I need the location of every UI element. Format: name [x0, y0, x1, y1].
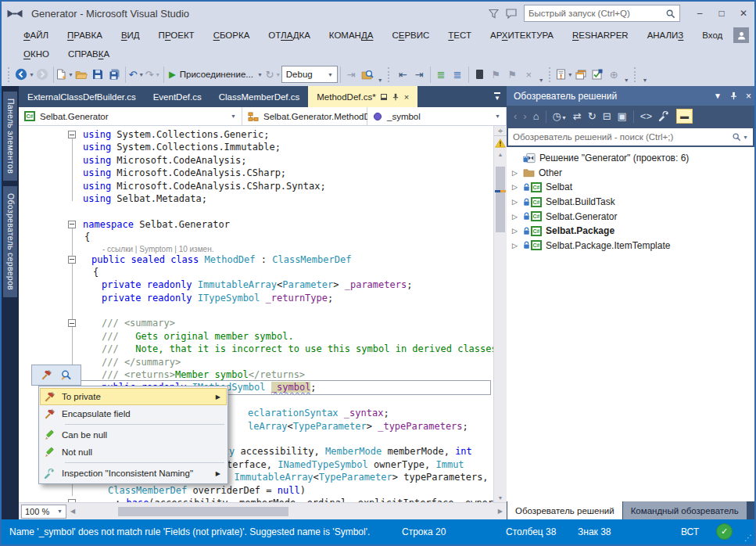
document-tab-externalclassdefbuilder.cs[interactable]: ExternalClassDefBuilder.cs [19, 86, 145, 107]
view-code-button[interactable]: <> [640, 111, 652, 121]
horizontal-scrollbar[interactable] [79, 507, 492, 516]
back-button[interactable]: ‹ [514, 111, 517, 121]
menu-item-сервис[interactable]: СЕРВИС [392, 31, 429, 40]
clear-bookmarks-button[interactable]: × [521, 65, 537, 84]
collapse-all-button[interactable]: ⊟ [603, 111, 611, 121]
toolbar-overflow-icon[interactable]: ▼ [624, 77, 629, 86]
menu-item-отладка[interactable]: ОТЛАДКА [268, 31, 310, 40]
previous-bookmark-button[interactable]: ⚑ [488, 65, 504, 84]
uncomment-selection-button[interactable]: ≣ [450, 65, 466, 84]
home-button[interactable]: ⌂ [533, 111, 539, 121]
toolbar-grip[interactable] [388, 67, 392, 82]
tree-item-selbat.package[interactable]: ▷C#Selbat.Package [507, 224, 754, 239]
redo-button[interactable]: ↷▼ [145, 65, 161, 84]
web-browser-button[interactable]: ⊕ [606, 65, 622, 84]
attach-button[interactable]: ▶Присоединение...▼ [169, 69, 263, 80]
tree-item-selbat.generator[interactable]: ▷C#Selbat.Generator [507, 209, 754, 224]
tree-item-selbat.package.itemtemplate[interactable]: ▷C#Selbat.Package.ItemTemplate [507, 239, 754, 253]
navigate-back-button[interactable]: ▼ [15, 65, 34, 84]
solution-explorer-header[interactable]: Обозреватель решений ▼ × [507, 86, 754, 106]
menu-item-to[interactable]: To private▶ [40, 388, 227, 405]
menu-item-resharper[interactable]: RESHARPER [572, 31, 629, 40]
panel-tab-обозреватель-решений[interactable]: Обозреватель решений [507, 501, 622, 519]
navigation-dropdown-1[interactable]: Selbat.Generator.MethodDef▼ [242, 107, 367, 126]
find-in-files-button[interactable] [360, 65, 376, 84]
feedback-comment-icon[interactable] [506, 9, 517, 19]
document-tab-eventdef.cs[interactable]: EventDef.cs [145, 86, 210, 107]
properties-pages-button[interactable]: ▣ [618, 111, 627, 121]
undo-button[interactable]: ↶▼ [128, 65, 145, 84]
quick-launch-input[interactable]: Быстрый запуск (Ctrl+Q) [524, 5, 680, 22]
feedback-filter-icon[interactable] [489, 9, 499, 19]
avatar[interactable] [733, 27, 749, 43]
restart-button[interactable]: ↻▼ [265, 65, 281, 84]
horizontal-scroll-thumb[interactable] [118, 507, 288, 516]
properties-button[interactable] [658, 110, 670, 122]
fold-collapse-icon[interactable] [68, 256, 76, 264]
menu-item-can[interactable]: Can be null [40, 426, 227, 444]
menu-item-архитектура[interactable]: АРХИТЕКТУРА [490, 31, 554, 40]
checklist-button[interactable] [589, 65, 606, 84]
search-icon[interactable]: ▼ [732, 132, 748, 142]
toolbar-overflow-icon[interactable]: ▼ [539, 77, 544, 86]
menu-item-команда[interactable]: КОМАНДА [329, 31, 374, 40]
toggle-bookmark-button[interactable] [471, 65, 488, 84]
preview-selected-button[interactable]: ▬ [676, 109, 693, 124]
rail-tab-панель-элементов[interactable]: Панель элементов [3, 92, 17, 181]
toolbar-overflow-icon[interactable]: ▼ [643, 77, 648, 86]
tree-item-other[interactable]: ▷Other [507, 166, 754, 181]
toolbar-grip[interactable] [8, 67, 12, 82]
menu-item-inspection[interactable]: Inspection "Inconsistent Naming"▶ [40, 465, 227, 482]
vertical-scroll-thumb[interactable] [496, 167, 505, 232]
new-window-button[interactable] [573, 65, 589, 84]
navigate-forward-button[interactable] [34, 65, 51, 84]
menu-item-вид[interactable]: ВИД [121, 31, 140, 40]
tree-item-решение-generator-проектов-6-[interactable]: Решение "Generator" (проектов: 6) [507, 151, 754, 166]
menu-item-анализ[interactable]: АНАЛИЗ [647, 31, 684, 40]
toolbar-grip[interactable] [549, 67, 553, 82]
navigate-backward-group-button[interactable]: ⇤ [395, 65, 411, 84]
document-list-chevron-icon[interactable]: ▼ [494, 92, 500, 102]
close-icon[interactable]: × [746, 91, 751, 102]
menu-item-файл[interactable]: ФАЙЛ [23, 31, 48, 40]
navigate-forward-group-button[interactable]: ⇥ [411, 65, 428, 84]
panel-tab-командный-обозреватель[interactable]: Командный обозреватель [623, 501, 747, 519]
fold-collapse-icon[interactable] [68, 131, 76, 138]
scroll-down-arrow[interactable]: ▼ [494, 495, 507, 501]
expander-icon[interactable]: ▷ [511, 169, 519, 177]
next-bookmark-button[interactable]: ⚑ [504, 65, 521, 84]
menu-item-сборка[interactable]: СБОРКА [213, 31, 250, 40]
menu-item-encapsulate[interactable]: Encapsulate field [40, 405, 227, 422]
task-list-button[interactable]: ▼ [556, 65, 573, 84]
expander-icon[interactable]: ▷ [511, 227, 519, 235]
solution-search-input[interactable]: Обозреватель решений - поиск (Ctrl+;) ▼ [508, 128, 753, 145]
window-position-icon[interactable]: ▼ [714, 92, 722, 100]
editor-vertical-scrollbar[interactable]: ÷ ▲ ▼ [493, 126, 507, 502]
scroll-up-arrow[interactable]: ▲ [494, 152, 507, 157]
sync-active-document-button[interactable]: ⇄ [573, 111, 582, 121]
expander-icon[interactable]: ▷ [511, 213, 519, 221]
pin-icon[interactable] [729, 92, 738, 100]
menu-item-тест[interactable]: ТЕСТ [448, 31, 471, 40]
refresh-button[interactable]: ↻ [588, 111, 597, 121]
menu-item-справка[interactable]: СПРАВКА [68, 49, 109, 59]
scroll-left-arrow[interactable]: ◀ [70, 508, 75, 515]
menu-item-проект[interactable]: ПРОЕКТ [159, 31, 195, 40]
zoom-combo[interactable]: 100 % ▼ [21, 505, 66, 519]
toolbar-overflow-icon[interactable]: ▼ [378, 77, 383, 86]
document-tab-classmemberdef.cs[interactable]: ClassMemberDef.cs [210, 86, 309, 107]
fold-collapse-icon[interactable] [68, 221, 76, 228]
rail-tab-обозреватель-серверов[interactable]: Обозреватель серверов [3, 186, 17, 297]
menu-item-правка[interactable]: ПРАВКА [67, 31, 102, 40]
dock-icon[interactable] [381, 94, 387, 100]
new-file-button[interactable]: ▼ [56, 65, 73, 84]
save-all-button[interactable] [106, 65, 123, 84]
expander-icon[interactable]: ▷ [511, 198, 519, 206]
fold-collapse-icon[interactable] [68, 499, 76, 502]
configuration-combo[interactable]: Debug▼ [281, 66, 338, 83]
forward-button[interactable]: › [523, 111, 526, 121]
comment-selection-button[interactable]: ≣ [433, 65, 450, 84]
fold-collapse-icon[interactable] [68, 319, 76, 327]
quick-action-inspect-button[interactable] [60, 369, 72, 381]
tree-item-selbat.buildtask[interactable]: ▷C#Selbat.BuildTask [507, 195, 754, 210]
